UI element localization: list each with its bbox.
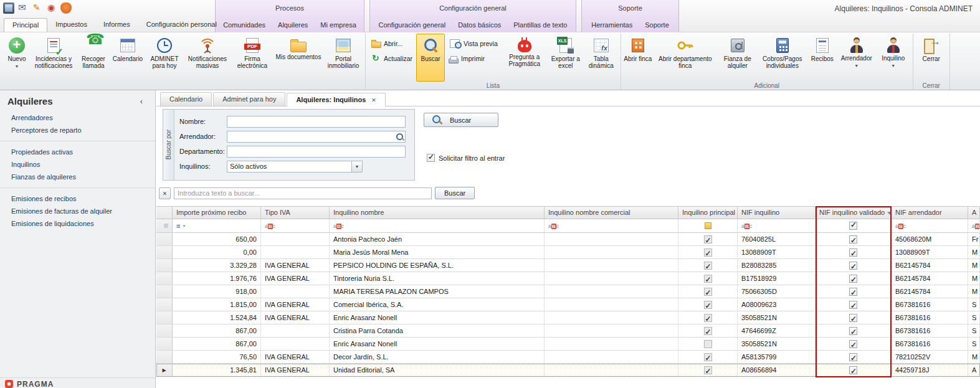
sidebar-item[interactable]: Inquilinos [0, 158, 155, 171]
column-header-nif-validado[interactable]: NIF inquilino validado [816, 207, 892, 219]
equals-filter-icon[interactable] [176, 222, 186, 230]
doc-tab-alquileres-inquilinos[interactable]: Alquileres: Inquilinos [287, 93, 385, 106]
column-header-arrendador[interactable]: A [968, 207, 980, 219]
abrir-departamento-finca-button[interactable]: Abrir departamento finca [653, 34, 718, 82]
tab-configuracion-general[interactable]: Configuración general [373, 19, 452, 32]
column-header-nombre-comercial[interactable]: Inquilino nombre comercial [545, 207, 678, 219]
filter-cell-importe[interactable] [173, 219, 261, 232]
app-icon[interactable] [3, 2, 14, 14]
doc-tab-calendario[interactable]: Calendario [160, 92, 212, 106]
column-header-inquilino-nombre[interactable]: Inquilino nombre [330, 207, 545, 219]
pregunta-pragmatica-button[interactable]: Pregunta a Pragmática [502, 34, 548, 82]
filter-cell-principal[interactable] [678, 219, 738, 232]
tab-comunidades[interactable]: Comunidades [217, 19, 272, 32]
sidebar-item[interactable]: Perceptores de reparto [0, 124, 155, 136]
table-row[interactable]: 918,00 MARIA TERESA PALAZON CAMPOS 75066… [156, 285, 980, 298]
checkbox[interactable] [849, 366, 857, 374]
edit-note-icon[interactable] [32, 2, 43, 14]
table-row[interactable]: 3.329,28 IVA GENERAL PEPSICO HOLDING DE … [156, 259, 980, 272]
checkbox[interactable] [704, 288, 712, 296]
column-header-nif-arrendador[interactable]: NIF arrendador [892, 207, 968, 219]
checkbox[interactable] [704, 366, 712, 374]
checkbox[interactable] [849, 327, 857, 335]
checkbox[interactable] [704, 301, 712, 309]
doc-tab-adminet-hoy[interactable]: Adminet para hoy [213, 92, 285, 106]
checkbox[interactable] [704, 314, 712, 322]
calendario-button[interactable]: Calendario [110, 34, 145, 82]
checkbox[interactable] [849, 275, 857, 283]
departamento-input[interactable] [227, 146, 406, 158]
buscar-button[interactable]: Buscar [435, 187, 475, 199]
sidebar-item[interactable]: Emisiones de liquidaciones [0, 217, 155, 230]
column-header-tipo-iva[interactable]: Tipo IVA [261, 207, 330, 219]
filter-cell-nif[interactable] [738, 219, 816, 232]
tab-configuracion-personal[interactable]: Configuración personal [138, 18, 225, 32]
table-row[interactable]: 1.524,84 IVA GENERAL Enric Arasanz Nonel… [156, 311, 980, 324]
table-row[interactable]: 650,00 Antonia Pacheco Jaén 76040825L 45… [156, 233, 980, 246]
checkbox[interactable] [704, 340, 712, 348]
checkbox[interactable] [849, 235, 857, 244]
tab-alquileres[interactable]: Alquileres [272, 19, 314, 32]
close-icon[interactable] [371, 93, 376, 107]
exportar-excel-button[interactable]: Exportar a excel [548, 34, 584, 82]
checkbox[interactable] [704, 327, 712, 335]
tabla-dinamica-button[interactable]: Tabla dinámica [584, 34, 619, 82]
table-row[interactable]: 867,00 Cristina Parra Cotanda 47646699Z … [156, 324, 980, 338]
arrendador-input[interactable] [227, 131, 406, 143]
tab-informes[interactable]: Informes [95, 18, 138, 32]
nombre-input[interactable] [227, 116, 406, 128]
adminet-hoy-button[interactable]: ADMINET para hoy [145, 34, 184, 82]
checkbox[interactable] [849, 248, 857, 257]
broadcast-icon[interactable] [46, 2, 57, 14]
checkbox[interactable] [849, 314, 857, 322]
checkbox[interactable] [704, 235, 712, 244]
checkbox[interactable] [849, 353, 857, 361]
notificaciones-masivas-button[interactable]: Notificaciones masivas [184, 34, 231, 82]
checkbox[interactable] [849, 301, 857, 309]
checkbox[interactable] [849, 288, 857, 296]
cerrar-button[interactable]: Cerrar [915, 34, 948, 82]
tab-impuestos[interactable]: Impuestos [47, 18, 95, 32]
tab-herramientas[interactable]: Herramientas [585, 19, 639, 32]
sidebar-item[interactable]: Emisiones de recibos [0, 192, 155, 205]
filter-cell-nif-arrendador[interactable] [892, 219, 968, 232]
checkbox[interactable] [849, 262, 857, 270]
arrendador-button[interactable]: Arrendador [837, 34, 876, 82]
checkbox[interactable] [704, 248, 712, 257]
clear-search-icon[interactable] [159, 187, 171, 199]
table-row[interactable]: 0,00 Maria Jesús Moral Mena 13088909T 13… [156, 246, 980, 259]
filter-cell-nombre[interactable] [330, 219, 545, 232]
mail-icon[interactable] [17, 2, 29, 14]
tab-soporte[interactable]: Soporte [639, 19, 675, 32]
fox-icon[interactable] [60, 2, 72, 14]
tab-principal[interactable]: Principal [4, 18, 47, 32]
filter-cell-arrendador[interactable] [968, 219, 980, 232]
incidencias-button[interactable]: Incidencias y notificaciones [31, 34, 77, 82]
sidebar-item[interactable]: Propiedades activas [0, 146, 155, 158]
actualizar-button[interactable]: Actualizar [368, 52, 416, 65]
tab-mi-empresa[interactable]: Mi empresa [314, 19, 362, 32]
table-row[interactable]: 867,00 Enric Arasanz Nonell 35058521N B6… [156, 338, 980, 351]
filter-cell-comercial[interactable] [545, 219, 678, 232]
nuevo-button[interactable]: Nuevo [3, 34, 31, 82]
filter-funnel-icon[interactable] [887, 212, 892, 215]
column-header-inquilino-principal[interactable]: Inquilino principal [678, 207, 738, 219]
portal-inmobiliario-button[interactable]: Portal inmobiliario [323, 34, 363, 82]
collapse-sidebar-icon[interactable] [136, 97, 146, 106]
fianza-alquiler-button[interactable]: Fianza de alquiler [718, 34, 758, 82]
tab-datos-basicos[interactable]: Datos básicos [452, 19, 507, 32]
filter-cell-tipo-iva[interactable] [261, 219, 330, 232]
search-input[interactable] [174, 187, 432, 199]
lookup-magnifier-icon[interactable] [396, 133, 404, 141]
inquilino-button[interactable]: Inquilino [876, 34, 911, 82]
checkbox[interactable] [849, 340, 857, 348]
checkbox[interactable] [704, 275, 712, 283]
tab-plantillas-texto[interactable]: Plantillas de texto [507, 19, 573, 32]
checkbox[interactable] [704, 262, 712, 270]
checkbox[interactable] [704, 353, 712, 361]
table-row[interactable]: 76,50 IVA GENERAL Decor Jardín, S.L. A58… [156, 351, 980, 364]
inquilinos-select[interactable]: Sólo activos [227, 161, 363, 173]
sidebar-item[interactable]: Fianzas de alquileres [0, 171, 155, 183]
recoger-llamada-button[interactable]: Recoger llamada [77, 34, 110, 82]
solicitar-filtro-checkbox[interactable]: Solicitar filtro al entrar [427, 154, 505, 162]
